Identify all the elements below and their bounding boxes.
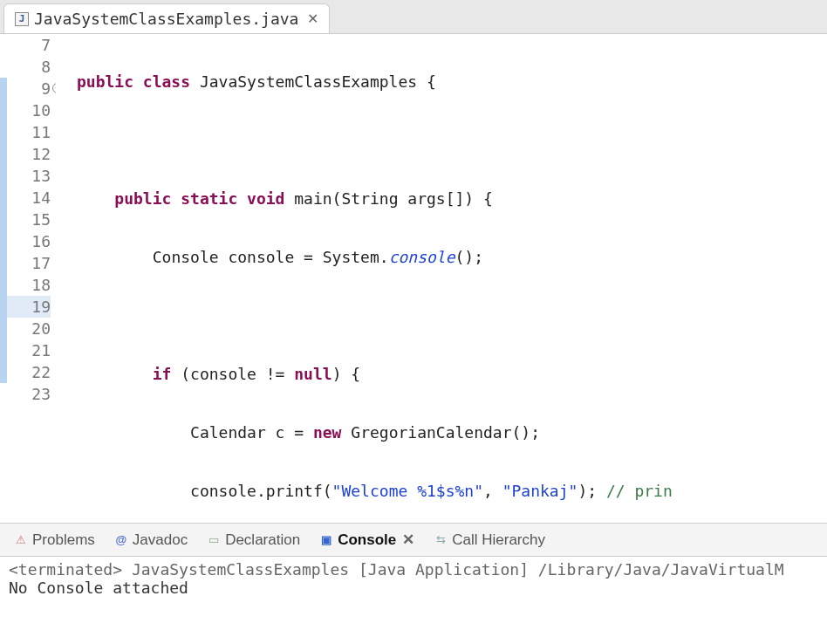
call-hierarchy-icon: ⇆ <box>434 533 448 547</box>
code-line: public class JavaSystemClassExamples { <box>72 71 827 92</box>
line-number: 17 <box>7 252 51 274</box>
close-icon[interactable]: ✕ <box>307 10 318 27</box>
code-line <box>72 129 827 151</box>
tab-problems[interactable]: ⚠ Problems <box>9 530 100 551</box>
editor-tab-filename: JavaSystemClassExamples.java <box>34 10 298 28</box>
code-line: if (console != null) { <box>72 363 827 385</box>
line-number: 7 <box>7 34 51 56</box>
bottom-panel-tabs: ⚠ Problems @ Javadoc ▭ Declaration ▣ Con… <box>0 523 827 557</box>
tab-label: Declaration <box>225 531 300 549</box>
code-line <box>72 305 827 326</box>
line-number: 10 <box>7 99 51 121</box>
console-icon: ▣ <box>319 533 333 547</box>
console-output-line: No Console attached <box>9 579 818 597</box>
tab-javadoc[interactable]: @ Javadoc <box>109 530 193 551</box>
editor-area: 7 8 9− 10 11 12 13 14 15 16 17 18 19 20 … <box>0 34 827 523</box>
declaration-icon: ▭ <box>207 533 221 547</box>
line-number: 11 <box>7 121 51 143</box>
code-area[interactable]: public class JavaSystemClassExamples { p… <box>72 34 827 523</box>
fold-strip <box>56 34 72 523</box>
code-line: Console console = System.console(); <box>72 246 827 268</box>
console-panel: <terminated> JavaSystemClassExamples [Ja… <box>0 557 827 600</box>
tab-call-hierarchy[interactable]: ⇆ Call Hierarchy <box>428 530 550 551</box>
editor-tab-bar: J JavaSystemClassExamples.java ✕ <box>0 0 827 34</box>
line-number: 15 <box>7 209 51 230</box>
console-status-line: <terminated> JavaSystemClassExamples [Ja… <box>9 560 818 579</box>
close-icon[interactable]: ✕ <box>402 531 414 549</box>
line-number: 21 <box>7 339 51 361</box>
tab-label: Problems <box>32 531 95 549</box>
javadoc-icon: @ <box>114 533 128 547</box>
java-file-icon: J <box>15 12 29 26</box>
tab-declaration[interactable]: ▭ Declaration <box>202 530 305 551</box>
line-number: 9− <box>7 78 51 99</box>
tab-console[interactable]: ▣ Console ✕ <box>314 529 420 551</box>
tab-label: Call Hierarchy <box>452 531 545 549</box>
line-number-gutter: 7 8 9− 10 11 12 13 14 15 16 17 18 19 20 … <box>7 34 56 523</box>
line-number: 16 <box>7 230 51 252</box>
line-number: 23 <box>7 383 51 405</box>
editor-tab-active[interactable]: J JavaSystemClassExamples.java ✕ <box>3 3 330 33</box>
tab-label: Javadoc <box>133 531 188 549</box>
line-number: 22 <box>7 361 51 383</box>
line-number: 20 <box>7 318 51 339</box>
change-marker <box>0 78 7 383</box>
line-number: 13 <box>7 165 51 187</box>
code-line: console.printf("Welcome %1$s%n", "Pankaj… <box>72 480 827 502</box>
problems-icon: ⚠ <box>14 533 28 547</box>
line-number: 14 <box>7 187 51 209</box>
line-number: 8 <box>7 56 51 78</box>
code-line: Calendar c = new GregorianCalendar(); <box>72 421 827 443</box>
line-number: 12 <box>7 143 51 165</box>
line-number: 19 <box>7 296 51 318</box>
line-number: 18 <box>7 274 51 296</box>
code-line: public static void main(String args[]) { <box>72 188 827 209</box>
marker-strip <box>0 34 7 523</box>
tab-label: Console <box>338 531 396 549</box>
